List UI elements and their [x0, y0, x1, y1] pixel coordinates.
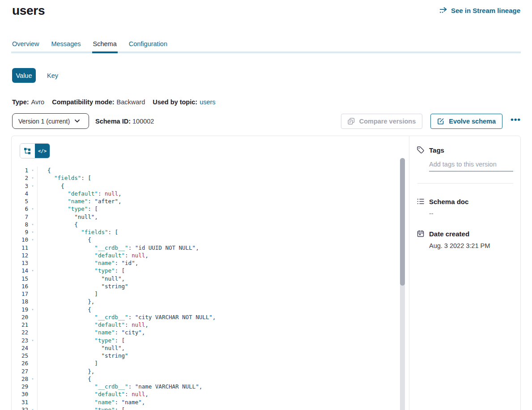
- code-line: 18 },: [12, 298, 409, 305]
- line-number: 30: [12, 390, 28, 398]
- code-scrollbar-track[interactable]: [400, 158, 405, 410]
- version-select[interactable]: Version 1 (current): [12, 113, 89, 129]
- code-line: 5 "name": "after",: [12, 197, 409, 205]
- tree-view-button[interactable]: [20, 144, 35, 158]
- line-number: 12: [12, 252, 28, 259]
- code-text: "fields": [: [38, 174, 91, 182]
- code-line: 26 ]: [12, 359, 409, 367]
- collapse-spacer: [28, 390, 38, 398]
- tab-messages[interactable]: Messages: [51, 40, 81, 53]
- code-line: 3▾ {: [12, 182, 409, 190]
- line-number: 17: [12, 290, 28, 298]
- line-number: 21: [12, 321, 28, 329]
- topic-link[interactable]: users: [200, 98, 215, 106]
- code-view-icon: </>: [38, 148, 47, 154]
- add-tags-input[interactable]: [429, 160, 513, 171]
- value-key-toggle: Value Key: [12, 68, 58, 83]
- tab-overview[interactable]: Overview: [12, 40, 39, 53]
- collapse-toggle-icon[interactable]: ▾: [28, 406, 38, 410]
- code-text: "fields": [: [38, 228, 118, 236]
- collapse-spacer: [28, 252, 38, 259]
- collapse-spacer: [28, 329, 38, 336]
- code-text: "type": [: [38, 337, 125, 344]
- collapse-spacer: [28, 259, 38, 267]
- code-line: 25 "string": [12, 352, 409, 359]
- collapse-toggle-icon[interactable]: ▾: [28, 375, 38, 383]
- code-line: 12 "default": null,: [12, 252, 409, 259]
- schema-doc-title: Schema doc: [429, 198, 468, 205]
- collapse-toggle-icon[interactable]: ▾: [28, 167, 38, 174]
- line-number: 8: [12, 221, 28, 228]
- schema-view-toggle: </>: [20, 143, 50, 158]
- code-text: {: [38, 221, 78, 228]
- schema-id-label: Schema ID:: [95, 118, 131, 125]
- code-line: 19▾ {: [12, 306, 409, 313]
- code-line: 13 "name": "id",: [12, 259, 409, 267]
- key-tab-link[interactable]: Key: [47, 72, 58, 79]
- compare-versions-label: Compare versions: [359, 118, 416, 125]
- collapse-toggle-icon[interactable]: ▾: [28, 228, 38, 236]
- code-line: 6▾ "type": [: [12, 205, 409, 213]
- collapse-toggle-icon[interactable]: ▾: [28, 221, 38, 228]
- date-created-value: Aug. 3 2022 3:21 PM: [429, 242, 513, 249]
- more-options-button[interactable]: •••: [511, 115, 521, 128]
- code-view-button[interactable]: </>: [35, 144, 50, 158]
- code-text: "null",: [38, 213, 98, 221]
- code-line: 16 "string": [12, 282, 409, 290]
- code-text: "__crdb__": "name VARCHAR NULL",: [38, 383, 202, 390]
- collapse-toggle-icon[interactable]: ▾: [28, 182, 38, 190]
- collapse-toggle-icon[interactable]: ▾: [28, 174, 38, 182]
- code-line: 10▾ {: [12, 236, 409, 243]
- collapse-toggle-icon[interactable]: ▾: [28, 236, 38, 243]
- schema-doc-value: --: [429, 210, 513, 217]
- code-text: "null",: [38, 275, 125, 282]
- code-text: "string": [38, 282, 128, 290]
- line-number: 3: [12, 182, 28, 190]
- collapse-spacer: [28, 197, 38, 205]
- tab-schema[interactable]: Schema: [93, 40, 117, 53]
- code-text: "__crdb__": "city VARCHAR NOT NULL",: [38, 313, 216, 321]
- code-text: "type": [: [38, 205, 98, 213]
- line-number: 1: [12, 167, 28, 174]
- collapse-spacer: [28, 359, 38, 367]
- chevron-down-icon: [75, 120, 83, 123]
- collapse-toggle-icon[interactable]: ▾: [28, 205, 38, 213]
- code-text: "default": null,: [38, 390, 149, 398]
- line-number: 7: [12, 213, 28, 221]
- collapse-toggle-icon[interactable]: ▾: [28, 267, 38, 274]
- tab-configuration[interactable]: Configuration: [129, 40, 167, 53]
- line-number: 26: [12, 359, 28, 367]
- calendar-add-icon: [417, 230, 425, 238]
- tree-view-icon: [24, 147, 32, 154]
- schema-id-field: Schema ID: 100002: [95, 118, 154, 125]
- line-number: 16: [12, 282, 28, 290]
- value-tab-button[interactable]: Value: [12, 68, 36, 83]
- code-line: 7 "null",: [12, 213, 409, 221]
- line-number: 15: [12, 275, 28, 282]
- schema-meta-row: Type:Avro Compatibility mode:Backward Us…: [12, 98, 216, 106]
- evolve-schema-button[interactable]: Evolve schema: [430, 114, 502, 129]
- line-number: 28: [12, 375, 28, 383]
- stream-lineage-link[interactable]: See in Stream lineage: [439, 7, 520, 14]
- used-by-topic-label: Used by topic:: [153, 98, 197, 106]
- code-line: 1▾{: [12, 167, 409, 174]
- collapse-spacer: [28, 190, 38, 197]
- compare-versions-button[interactable]: Compare versions: [341, 114, 423, 129]
- evolve-schema-icon: [437, 118, 445, 125]
- line-number: 5: [12, 197, 28, 205]
- date-created-title: Date created: [429, 230, 469, 238]
- collapse-spacer: [28, 298, 38, 305]
- code-scrollbar-thumb[interactable]: [400, 158, 405, 286]
- collapse-toggle-icon[interactable]: ▾: [28, 337, 38, 344]
- collapse-spacer: [28, 383, 38, 390]
- type-value: Avro: [31, 98, 45, 106]
- collapse-toggle-icon[interactable]: ▾: [28, 306, 38, 313]
- tags-section: Tags: [417, 146, 513, 184]
- stream-lineage-icon: [439, 7, 448, 14]
- collapse-spacer: [28, 282, 38, 290]
- code-line: 24 "null",: [12, 344, 409, 352]
- compatibility-value: Backward: [117, 98, 145, 106]
- sidebar-divider: [417, 183, 513, 184]
- code-line: 27 },: [12, 367, 409, 375]
- code-text: {: [38, 167, 51, 174]
